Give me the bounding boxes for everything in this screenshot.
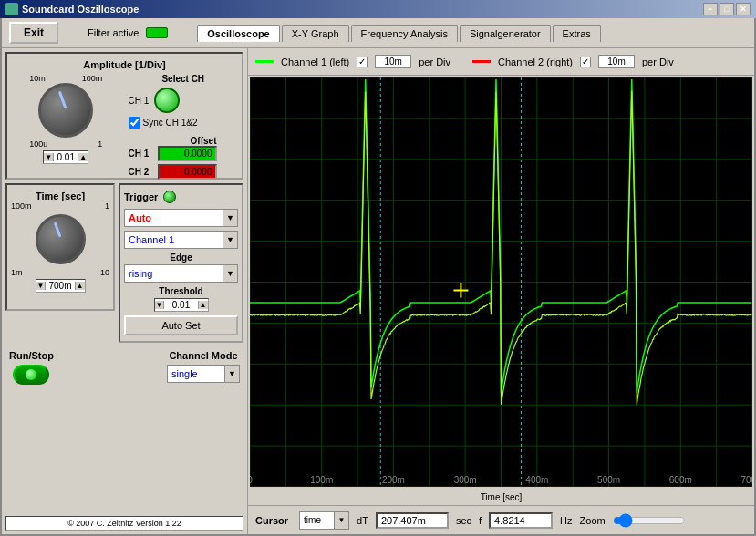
trigger-header: Trigger <box>124 191 238 203</box>
threshold-up[interactable]: ▲ <box>198 301 208 309</box>
ch1-offset-input[interactable] <box>158 146 217 161</box>
ch2-offset-label: CH 2 <box>129 167 154 177</box>
cursor-label: Cursor <box>255 515 288 526</box>
bottom-bar: Cursor time ▼ dT 207.407m sec f 4.8214 H… <box>248 505 754 534</box>
close-button[interactable]: ✕ <box>736 3 751 15</box>
sync-check[interactable] <box>129 117 140 129</box>
ch2-per-div[interactable] <box>598 55 635 68</box>
threshold-value: 0.01 <box>164 299 197 311</box>
app-title: Soundcard Oszilloscope <box>22 4 139 15</box>
time-label-1m: 1m <box>11 268 23 277</box>
channel-mode-dropdown[interactable]: single ▼ <box>167 365 240 383</box>
run-stop-button[interactable] <box>13 365 49 385</box>
ch2-offset-input[interactable] <box>158 164 217 180</box>
amp-label-10m: 10m <box>29 74 46 83</box>
hz-value: 4.8214 <box>489 512 553 529</box>
trigger-edge-arrow[interactable]: ▼ <box>223 265 237 282</box>
time-title: Time [sec] <box>11 191 109 201</box>
cursor-type-dropdown[interactable]: time ▼ <box>299 511 349 530</box>
ch2-label: Channel 2 (right) <box>498 57 573 67</box>
trigger-channel-arrow[interactable]: ▼ <box>223 232 237 248</box>
ch2-checkbox[interactable]: ✓ <box>580 57 591 67</box>
ch2-offset-row: CH 2 <box>129 164 217 180</box>
x-axis-bar: Time [sec] <box>248 489 754 505</box>
time-spinner-up[interactable]: ▲ <box>75 282 85 290</box>
dt-value: 207.407m <box>376 512 449 529</box>
time-section: Time [sec] 100m 1 1m 10 <box>5 183 115 311</box>
osc-canvas[interactable] <box>250 77 752 487</box>
channel-mode-value: single <box>168 366 224 381</box>
hz-label: Hz <box>560 515 572 526</box>
tab-extras[interactable]: Extras <box>553 25 601 42</box>
ch1-line <box>255 60 274 63</box>
sync-label: Sync CH 1&2 <box>143 118 198 128</box>
tabs-bar: Oscilloscope X-Y Graph Frequency Analysi… <box>197 25 601 42</box>
channel-mode-label: Channel Mode <box>169 350 237 361</box>
trigger-section: Trigger Auto ▼ Channel 1 ▼ Edge <box>119 183 243 343</box>
select-ch-label: Select CH <box>129 74 239 84</box>
auto-set-button[interactable]: Auto Set <box>124 315 238 335</box>
time-label-10: 10 <box>100 268 109 277</box>
zoom-slider[interactable] <box>613 513 686 528</box>
time-value: 700m <box>46 280 74 292</box>
right-panel: Channel 1 (left) ✓ per Div Channel 2 (ri… <box>248 48 754 534</box>
time-label-100m: 100m <box>11 201 32 211</box>
title-bar: Soundcard Oszilloscope − □ ✕ <box>0 0 756 18</box>
main-window: Exit Filter active Oscilloscope X-Y Grap… <box>0 18 756 536</box>
trigger-led <box>163 191 176 203</box>
x-axis-label: Time [sec] <box>481 492 523 502</box>
filter-active-label: Filter active <box>88 27 139 38</box>
amp-spinner-up[interactable]: ▲ <box>78 153 88 161</box>
copyright: © 2007 C. Zeitnitz Version 1.22 <box>5 516 243 531</box>
oscilloscope-display[interactable] <box>250 77 752 487</box>
app-icon <box>5 3 18 15</box>
threshold-label: Threshold <box>124 286 238 296</box>
sync-checkbox[interactable]: Sync CH 1&2 <box>129 117 198 129</box>
amplitude-section: Amplitude [1/Div] 10m 100m 100u 1 <box>5 52 243 180</box>
time-spinner-down[interactable]: ▼ <box>36 282 47 290</box>
cursor-type-value: time <box>300 513 334 527</box>
ch1-per-div[interactable] <box>375 55 411 68</box>
minimize-button[interactable]: − <box>703 3 718 15</box>
maximize-button[interactable]: □ <box>720 3 734 15</box>
tab-xy-graph[interactable]: X-Y Graph <box>282 25 349 42</box>
time-label-1: 1 <box>105 201 109 211</box>
run-stop-area: Run/Stop <box>5 346 57 390</box>
ch1-led <box>154 88 180 113</box>
time-knob-indicator <box>54 222 62 238</box>
trigger-mode-value: Auto <box>125 211 223 225</box>
time-trigger-row: Time [sec] 100m 1 1m 10 <box>5 183 243 343</box>
trigger-channel-dropdown[interactable]: Channel 1 ▼ <box>124 231 238 249</box>
tab-frequency-analysis[interactable]: Frequency Analysis <box>351 25 458 42</box>
trigger-channel-value: Channel 1 <box>125 232 223 247</box>
amplitude-knob-area: 10m 100m 100u 1 ▼ 0.01 <box>11 74 121 165</box>
amp-label-1: 1 <box>98 139 102 149</box>
trigger-mode-arrow[interactable]: ▼ <box>223 210 237 226</box>
filter-led <box>146 27 168 38</box>
filter-active-indicator: Filter active <box>88 27 168 38</box>
exit-button[interactable]: Exit <box>9 22 58 44</box>
offset-area: Offset CH 1 CH 2 <box>129 136 217 182</box>
threshold-down[interactable]: ▼ <box>155 301 165 309</box>
trigger-edge-dropdown[interactable]: rising ▼ <box>124 264 238 283</box>
ch1-label: CH 1 <box>129 96 150 106</box>
time-knob[interactable] <box>36 214 86 264</box>
left-panel: Amplitude [1/Div] 10m 100m 100u 1 <box>2 48 248 534</box>
content-area: Amplitude [1/Div] 10m 100m 100u 1 <box>2 48 754 534</box>
tab-oscilloscope[interactable]: Oscilloscope <box>197 25 279 42</box>
cursor-type-arrow[interactable]: ▼ <box>334 512 348 529</box>
trigger-mode-dropdown[interactable]: Auto ▼ <box>124 209 238 227</box>
ch1-offset-label: CH 1 <box>129 149 154 159</box>
run-stop-label: Run/Stop <box>9 350 54 361</box>
amplitude-title: Amplitude [1/Div] <box>11 59 238 70</box>
channel-mode-arrow[interactable]: ▼ <box>224 366 239 382</box>
ch1-offset-row: CH 1 <box>129 146 217 161</box>
amp-spinner-down[interactable]: ▼ <box>44 153 54 161</box>
amplitude-knob[interactable] <box>38 83 93 138</box>
amp-value: 0.01 <box>54 151 78 163</box>
tab-signalgenerator[interactable]: Signalgenerator <box>460 25 551 42</box>
ch1-checkbox[interactable]: ✓ <box>357 57 368 67</box>
ch1-per-div-label: per Div <box>419 57 450 67</box>
offset-title: Offset <box>129 136 217 146</box>
zoom-label: Zoom <box>580 515 606 526</box>
